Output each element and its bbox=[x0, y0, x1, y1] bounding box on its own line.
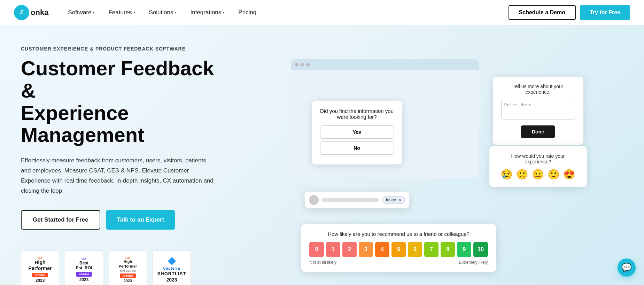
talk-to-expert-button[interactable]: Talk to an Expert bbox=[106, 210, 176, 230]
logo-text: Z bbox=[20, 9, 23, 16]
chat-icon: 💬 bbox=[621, 263, 632, 272]
hero-eyebrow: CUSTOMER EXPERIENCE & PRODUCT FEEDBACK S… bbox=[21, 46, 216, 52]
hero-description: Effortlessly measure feedback from custo… bbox=[21, 156, 216, 196]
hero-left: CUSTOMER EXPERIENCE & PRODUCT FEEDBACK S… bbox=[0, 25, 237, 285]
nps-2[interactable]: 2 bbox=[342, 242, 357, 257]
nav-links: Software ▾ Features ▾ Solutions ▾ Integr… bbox=[62, 6, 508, 19]
logo-icon: Z bbox=[14, 5, 29, 20]
hero-section: CUSTOMER EXPERIENCE & PRODUCT FEEDBACK S… bbox=[0, 25, 644, 285]
inbox-badge: Inbox × bbox=[382, 196, 405, 204]
awards-badges: G2 HighPerformer SPRING 2023 G2 BestEst.… bbox=[21, 251, 216, 285]
browser-dot-3 bbox=[306, 63, 310, 67]
badge-g2-high-performer-midmarket: G2 HighPerformer Mid-Market SPRING 2023 bbox=[109, 251, 147, 285]
yesno-question: Did you find the information you were lo… bbox=[320, 108, 394, 120]
hero-title: Customer Feedback & Experience Managemen… bbox=[21, 57, 216, 146]
emoji-row: 😢 🙁 😐 🙂 😍 bbox=[498, 169, 579, 180]
text-feedback-input[interactable] bbox=[501, 99, 575, 120]
emoji-rating-label: How would you rate your experience? bbox=[498, 153, 579, 164]
nps-9[interactable]: 9 bbox=[457, 242, 471, 257]
emoji-3[interactable]: 😐 bbox=[532, 169, 544, 180]
browser-bar bbox=[291, 59, 479, 70]
email-bar-card: Inbox × bbox=[305, 192, 409, 208]
mockup-container: Inbox × Did you find the information you… bbox=[284, 45, 597, 282]
chat-bubble[interactable]: 💬 bbox=[618, 259, 636, 277]
nps-4[interactable]: 4 bbox=[375, 242, 389, 257]
yesno-survey-card: Did you find the information you were lo… bbox=[312, 101, 402, 164]
no-button[interactable]: No bbox=[320, 141, 394, 155]
nav-item-integrations[interactable]: Integrations ▾ bbox=[185, 6, 230, 19]
emoji-rating-card: How would you rate your experience? 😢 🙁 … bbox=[489, 146, 587, 187]
nav-item-features[interactable]: Features ▾ bbox=[103, 6, 140, 19]
chevron-down-icon: ▾ bbox=[223, 10, 224, 14]
hero-mockups: Inbox × Did you find the information you… bbox=[237, 25, 644, 285]
emoji-1[interactable]: 😢 bbox=[501, 169, 513, 180]
browser-dot-2 bbox=[301, 63, 304, 67]
emoji-5[interactable]: 😍 bbox=[563, 169, 575, 180]
nps-0[interactable]: 0 bbox=[309, 242, 324, 257]
text-feedback-label: Tell us more about your experience. bbox=[501, 84, 575, 95]
nps-labels: Not at all likely Extremely likely bbox=[310, 260, 488, 265]
nav-item-solutions[interactable]: Solutions ▾ bbox=[143, 6, 182, 19]
capterra-icon: 🔷 bbox=[168, 257, 176, 265]
nps-label-left: Not at all likely bbox=[310, 260, 336, 265]
badge-g2-high-performer: G2 HighPerformer SPRING 2023 bbox=[21, 251, 59, 285]
emoji-4[interactable]: 🙂 bbox=[548, 169, 560, 180]
brand-name: onka bbox=[31, 8, 48, 17]
chevron-down-icon: ▾ bbox=[174, 10, 176, 14]
email-bar-content bbox=[321, 198, 379, 202]
email-avatar bbox=[309, 195, 319, 205]
hero-buttons: Get Started for Free Talk to an Expert bbox=[21, 210, 216, 230]
yes-button[interactable]: Yes bbox=[320, 125, 394, 139]
get-started-button[interactable]: Get Started for Free bbox=[21, 210, 100, 230]
nps-10[interactable]: 10 bbox=[473, 242, 488, 257]
emoji-2[interactable]: 🙁 bbox=[516, 169, 528, 180]
nps-1[interactable]: 1 bbox=[326, 242, 340, 257]
text-feedback-card: Tell us more about your experience. Done bbox=[493, 77, 583, 145]
chevron-down-icon: ▾ bbox=[93, 10, 94, 14]
try-for-free-button[interactable]: Try for Free bbox=[580, 5, 630, 20]
done-button[interactable]: Done bbox=[521, 125, 555, 138]
chevron-down-icon: ▾ bbox=[133, 10, 135, 14]
nps-6[interactable]: 6 bbox=[408, 242, 422, 257]
nav-item-pricing[interactable]: Pricing bbox=[233, 6, 262, 19]
nps-question: How likely are you to recommend us to a … bbox=[310, 231, 488, 237]
navbar: Z onka Software ▾ Features ▾ Solutions ▾… bbox=[0, 0, 644, 25]
nps-5[interactable]: 5 bbox=[391, 242, 406, 257]
nps-3[interactable]: 3 bbox=[359, 242, 373, 257]
nps-scale: 0 1 2 3 4 5 6 7 8 9 10 bbox=[310, 242, 488, 257]
logo[interactable]: Z onka bbox=[14, 5, 48, 20]
nav-actions: Schedule a Demo Try for Free bbox=[509, 5, 630, 20]
badge-g2-best-roi: G2 BestEst. ROI SPRING 2023 bbox=[65, 251, 103, 285]
nav-item-software[interactable]: Software ▾ bbox=[62, 6, 100, 19]
schedule-demo-button[interactable]: Schedule a Demo bbox=[509, 5, 576, 20]
nps-7[interactable]: 7 bbox=[424, 242, 439, 257]
nps-8[interactable]: 8 bbox=[441, 242, 455, 257]
nps-survey-card: How likely are you to recommend us to a … bbox=[301, 224, 496, 272]
badge-capterra-shortlist: 🔷 Capterra SHORTLIST 2023 bbox=[153, 251, 191, 285]
browser-dot-1 bbox=[295, 63, 298, 67]
nps-label-right: Extremely likely bbox=[459, 260, 488, 265]
